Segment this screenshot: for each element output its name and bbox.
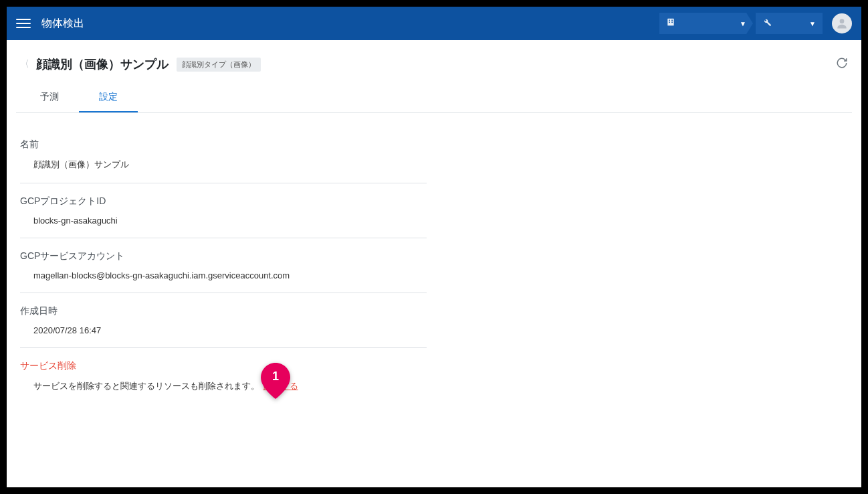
chevron-down-icon: ▼ — [740, 20, 746, 27]
app-title: 物体検出 — [41, 17, 84, 31]
breadcrumb: 〈 顔識別（画像）サンプル 顔識別タイプ（画像） — [16, 40, 852, 79]
building-icon — [666, 17, 675, 29]
field-name: 名前 顔識別（画像）サンプル — [20, 127, 427, 183]
field-label: 作成日時 — [20, 305, 427, 317]
svg-point-5 — [840, 19, 845, 23]
svg-rect-1 — [669, 20, 670, 21]
field-gcp-service-account: GCPサービスアカウント magellan-blocks@blocks-gn-a… — [20, 238, 427, 293]
field-created-at: 作成日時 2020/07/28 16:47 — [20, 293, 427, 348]
field-gcp-project: GCPプロジェクトID blocks-gn-asakaguchi — [20, 183, 427, 238]
tab-predict[interactable]: 予測 — [20, 83, 79, 112]
field-value: 2020/07/28 16:47 — [20, 325, 427, 335]
callout-number: 1 — [261, 369, 290, 384]
project-selector[interactable]: ▼ — [659, 13, 753, 34]
svg-rect-2 — [671, 20, 673, 21]
tool-selector[interactable]: ▼ — [756, 13, 823, 34]
type-badge: 顔識別タイプ（画像） — [177, 58, 261, 72]
settings-panel: 名前 顔識別（画像）サンプル GCPプロジェクトID blocks-gn-asa… — [16, 113, 431, 418]
field-label: GCPサービスアカウント — [20, 250, 427, 262]
svg-rect-0 — [667, 19, 673, 26]
wrench-icon — [762, 17, 772, 29]
field-label: サービス削除 — [20, 360, 427, 372]
user-avatar[interactable] — [832, 13, 852, 33]
hamburger-menu-icon[interactable] — [16, 16, 31, 31]
field-service-delete: サービス削除 サービスを削除すると関連するリソースも削除されます。 削除する — [20, 348, 427, 404]
page-title: 顔識別（画像）サンプル — [36, 56, 169, 72]
tabs: 予測 設定 — [16, 83, 852, 113]
delete-description: サービスを削除すると関連するリソースも削除されます。 — [33, 381, 259, 391]
svg-rect-3 — [669, 21, 670, 23]
field-label: GCPプロジェクトID — [20, 195, 427, 208]
back-chevron-icon[interactable]: 〈 — [20, 58, 29, 70]
refresh-icon[interactable] — [836, 57, 848, 72]
callout-marker-1: 1 — [261, 363, 290, 399]
tab-settings[interactable]: 設定 — [79, 83, 138, 112]
field-value: サービスを削除すると関連するリソースも削除されます。 削除する — [20, 380, 427, 392]
svg-rect-4 — [671, 21, 673, 23]
field-value: magellan-blocks@blocks-gn-asakaguchi.iam… — [20, 270, 427, 280]
app-header: 物体検出 ▼ ▼ — [7, 7, 861, 40]
field-label: 名前 — [20, 139, 427, 151]
chevron-down-icon: ▼ — [809, 20, 816, 27]
field-value: blocks-gn-asakaguchi — [20, 216, 427, 226]
field-value: 顔識別（画像）サンプル — [20, 159, 427, 171]
